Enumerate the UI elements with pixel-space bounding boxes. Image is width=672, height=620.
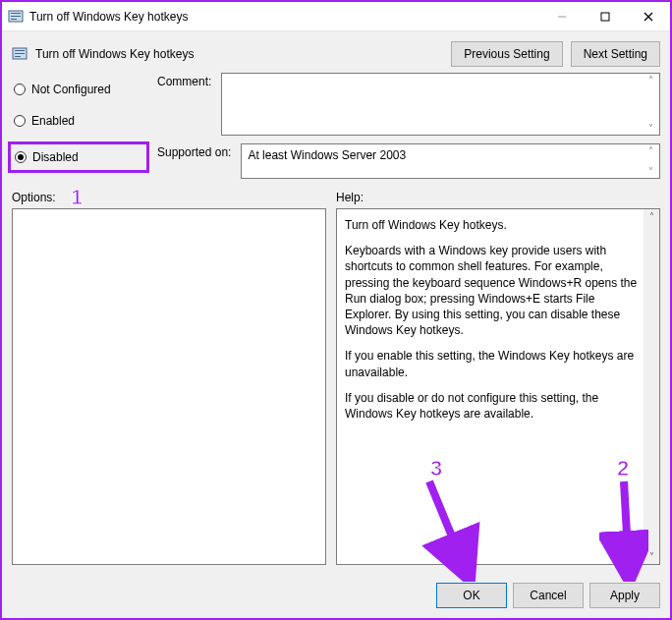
- options-panel: [12, 208, 326, 565]
- svg-rect-3: [11, 19, 17, 20]
- scroll-down-icon[interactable]: ˅: [644, 166, 657, 177]
- dialog-footer: OK Cancel Apply: [2, 573, 670, 618]
- help-text: If you disable or do not configure this …: [345, 390, 642, 422]
- window-title: Turn off Windows Key hotkeys: [29, 10, 188, 24]
- svg-rect-5: [601, 13, 609, 21]
- comment-label: Comment:: [157, 73, 211, 88]
- header-row: Turn off Windows Key hotkeys Previous Se…: [2, 31, 670, 73]
- help-label: Help:: [336, 191, 364, 204]
- close-button[interactable]: [627, 2, 670, 31]
- scroll-down-icon[interactable]: ˅: [644, 123, 657, 134]
- svg-rect-2: [11, 16, 21, 17]
- svg-rect-9: [15, 50, 25, 51]
- scroll-up-icon[interactable]: ˄: [644, 75, 657, 85]
- supported-on-box: At least Windows Server 2003 ˄ ˅: [241, 143, 660, 179]
- radio-label: Enabled: [31, 114, 75, 128]
- radio-label: Not Configured: [31, 83, 111, 96]
- help-text: Turn off Windows Key hotkeys.: [345, 217, 642, 233]
- cancel-button[interactable]: Cancel: [513, 583, 584, 608]
- svg-rect-1: [11, 13, 21, 14]
- options-label: Options:: [12, 191, 336, 204]
- maximize-button[interactable]: [584, 2, 627, 31]
- ok-button[interactable]: OK: [436, 583, 507, 608]
- radio-not-configured[interactable]: Not Configured: [12, 79, 149, 100]
- help-panel: Turn off Windows Key hotkeys. Keyboards …: [336, 208, 660, 565]
- radio-label: Disabled: [32, 150, 79, 164]
- titlebar: Turn off Windows Key hotkeys: [2, 2, 670, 31]
- supported-on-label: Supported on:: [157, 143, 231, 159]
- annotation-highlight-disabled: Disabled: [8, 141, 149, 173]
- gpedit-policy-dialog: Turn off Windows Key hotkeys Turn off Wi…: [2, 2, 670, 618]
- scroll-up-icon[interactable]: ˄: [644, 145, 657, 156]
- policy-name: Turn off Windows Key hotkeys: [35, 47, 194, 61]
- apply-button[interactable]: Apply: [589, 583, 660, 608]
- minimize-button[interactable]: [540, 2, 584, 31]
- supported-on-value: At least Windows Server 2003: [242, 144, 659, 166]
- radio-icon: [14, 115, 26, 127]
- radio-icon: [14, 84, 26, 95]
- scroll-up-icon[interactable]: ˄: [649, 209, 654, 224]
- svg-rect-11: [15, 56, 21, 57]
- next-setting-button[interactable]: Next Setting: [571, 41, 660, 67]
- previous-setting-button[interactable]: Previous Setting: [451, 41, 562, 67]
- help-text: Keyboards with a Windows key provide use…: [345, 243, 642, 338]
- radio-enabled[interactable]: Enabled: [12, 110, 149, 132]
- policy-icon: [8, 9, 24, 25]
- state-radio-group: Not Configured Enabled Disabled: [12, 73, 149, 179]
- help-scrollbar[interactable]: ˄ ˅: [644, 209, 659, 564]
- policy-icon: [12, 46, 28, 62]
- radio-icon-selected: [15, 151, 27, 163]
- scroll-down-icon[interactable]: ˅: [649, 549, 654, 564]
- radio-disabled[interactable]: Disabled: [13, 146, 146, 168]
- help-text: If you enable this setting, the Windows …: [345, 348, 642, 379]
- comment-textarea[interactable]: ˄ ˅: [221, 73, 660, 136]
- svg-rect-10: [15, 53, 25, 54]
